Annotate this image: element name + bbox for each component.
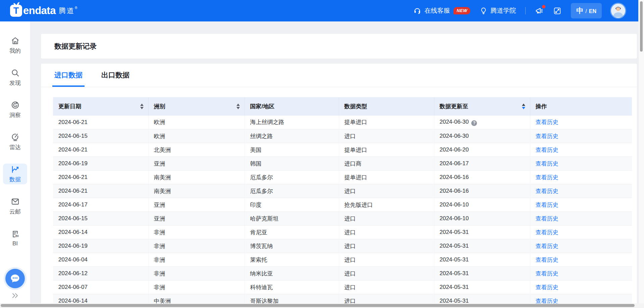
view-history-link[interactable]: 查看历史 [536,147,558,153]
logo-wordmark: endata [23,5,56,17]
cell-data-type: 提单进口 [344,174,367,181]
sidebar-item-mine[interactable]: 我的 [3,35,27,56]
view-history-link[interactable]: 查看历史 [536,243,558,249]
sidebar-item-discover[interactable]: 发现 [3,67,27,88]
cell-updated-to: 2024-05-31 [440,229,469,235]
view-history-link[interactable]: 查看历史 [536,284,558,291]
table-row: 2024-06-14 非洲 肯尼亚 进口 2024-05-31 查看历史 [53,226,632,239]
cell-continent: 南美洲 [154,188,171,194]
cell-data-type: 进口 [344,188,356,194]
cell-updated-to: 2024-06-30 [440,133,469,139]
sidebar-item-insight[interactable]: 洞察 [3,99,27,120]
expand-icon [553,7,561,15]
cell-continent: 亚洲 [154,161,165,167]
lang-zh: 中 [576,6,583,15]
chat-support-button[interactable] [5,269,25,288]
cell-update-date: 2024-06-19 [58,243,88,249]
chat-bubble-icon [9,272,21,285]
view-history-link[interactable]: 查看历史 [536,229,558,236]
table-row: 2024-06-21 南美洲 厄瓜多尔 进口 2024-06-16 查看历史 [53,184,632,198]
registered-mark: ® [75,6,78,10]
sidebar-item-bi[interactable]: BI BI [3,228,27,249]
page-title-card: 数据更新记录 [41,34,637,59]
view-history-link[interactable]: 查看历史 [536,133,558,139]
cell-update-date: 2024-06-15 [58,133,88,139]
cell-update-date: 2024-06-21 [58,174,88,180]
nav-online-service[interactable]: 在线客服 NEW [413,6,470,15]
cell-data-type: 进口 [344,257,356,263]
sidebar-item-data[interactable]: 数据 [3,164,27,184]
nav-academy[interactable]: 腾道学院 [480,6,516,15]
cell-data-type: 进口 [344,284,356,291]
home-icon [11,36,20,45]
view-history-link[interactable]: 查看历史 [536,270,558,277]
vertical-scrollbar[interactable] [638,0,644,308]
fullscreen-button[interactable] [553,7,561,15]
cell-country: 科特迪瓦 [250,284,273,291]
help-icon[interactable]: ? [471,120,477,126]
avatar-illustration [611,4,625,18]
tab-export-data[interactable]: 出口数据 [101,64,129,87]
sidebar-expand-button[interactable] [11,292,19,299]
view-history-link[interactable]: 查看历史 [536,161,558,167]
cell-country: 美国 [250,147,262,153]
cell-continent: 非洲 [154,284,165,291]
lang-en: EN [589,8,596,14]
sidebar: 我的 发现 洞察 雷达 数据 云 [0,21,30,308]
nav-divider [525,7,526,14]
cell-country: 纳米比亚 [250,270,273,277]
svg-text:BI: BI [15,234,19,238]
sidebar-item-label: BI [12,240,18,247]
cell-updated-to: 2024-06-16 [440,174,469,180]
cell-continent: 欧洲 [154,133,165,139]
view-history-link[interactable]: 查看历史 [536,188,558,194]
cell-updated-to: 2024-05-31 [440,256,469,263]
view-history-link[interactable]: 查看历史 [536,174,558,181]
sort-icons-continent[interactable] [236,104,240,109]
cell-data-type: 进口 [344,215,356,222]
cell-updated-to: 2024-06-10 [440,215,469,222]
tendata-logo[interactable]: T endata 腾道® [10,5,78,17]
cell-continent: 亚洲 [154,202,165,208]
sidebar-item-radar[interactable]: 雷达 [3,131,27,152]
cell-continent: 非洲 [154,257,165,263]
user-avatar[interactable] [611,4,625,18]
lang-separator: / [585,8,587,14]
sort-icons-updated-to[interactable] [522,104,525,109]
sidebar-item-label: 数据 [9,176,21,183]
new-badge: NEW [453,7,470,14]
radar-icon [11,133,20,142]
horizontal-scrollbar-thumb[interactable] [1,304,635,307]
cell-data-type: 进口 [344,243,356,249]
cell-continent: 南美洲 [154,174,171,181]
insight-icon [11,101,20,110]
horizontal-scrollbar[interactable] [0,303,644,308]
view-history-link[interactable]: 查看历史 [536,257,558,263]
sidebar-item-label: 发现 [9,79,21,87]
page-title: 数据更新记录 [54,42,97,51]
cell-data-type: 进口 [344,133,356,139]
cell-country: 印度 [250,202,262,208]
cell-updated-to: 2024-05-31 [440,270,469,276]
table-row: 2024-06-21 北美洲 美国 提单进口 2024-06-20 查看历史 [53,143,632,157]
sidebar-item-cloudmail[interactable]: 云邮 [3,196,27,217]
cell-continent: 亚洲 [154,215,165,222]
language-toggle[interactable]: 中 / EN [571,3,602,18]
view-history-link[interactable]: 查看历史 [536,215,558,222]
view-history-link[interactable]: 查看历史 [536,119,558,125]
vertical-scrollbar-thumb[interactable] [640,1,643,52]
cell-country: 哈萨克斯坦 [250,215,279,222]
tab-bar: 进口数据 出口数据 [41,64,637,87]
cell-country: 肯尼亚 [250,229,267,236]
mail-icon [11,197,20,206]
cell-updated-to: 2024-06-20 [440,146,469,153]
table-row: 2024-06-15 欧洲 丝绸之路 进口 2024-06-30 查看历史 [53,129,632,143]
sort-icons-update-date[interactable] [140,104,144,109]
cell-country: 厄瓜多尔 [250,188,273,194]
cell-country: 韩国 [250,161,262,167]
announcements-button[interactable] [535,6,544,15]
nav-label: 腾道学院 [490,6,516,15]
table-row: 2024-06-19 亚洲 韩国 进口商 2024-06-17 查看历史 [53,157,632,171]
view-history-link[interactable]: 查看历史 [536,202,558,208]
tab-import-data[interactable]: 进口数据 [54,64,83,87]
